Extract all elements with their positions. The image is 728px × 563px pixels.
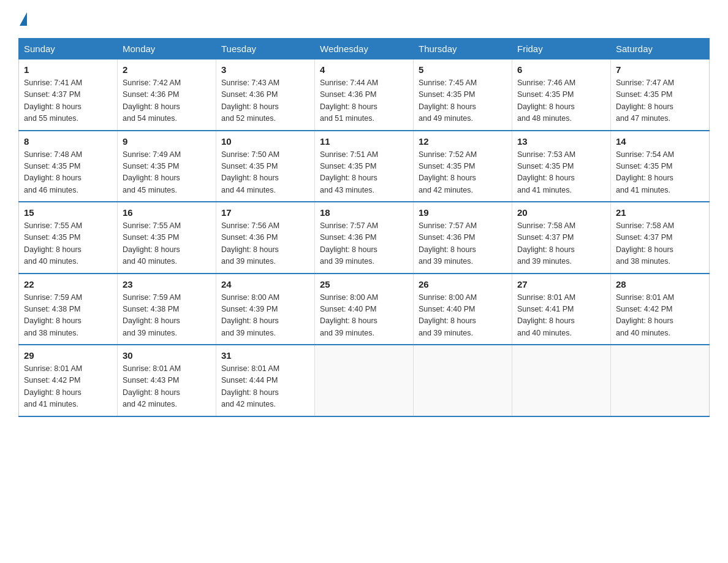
calendar-cell: 19 Sunrise: 7:57 AMSunset: 4:36 PMDaylig… (414, 202, 512, 274)
day-number: 3 (221, 64, 309, 75)
day-number: 8 (24, 136, 112, 147)
calendar-cell: 26 Sunrise: 8:00 AMSunset: 4:40 PMDaylig… (414, 274, 512, 345)
calendar-cell: 6 Sunrise: 7:46 AMSunset: 4:35 PMDayligh… (512, 59, 611, 131)
week-row-5: 29 Sunrise: 8:01 AMSunset: 4:42 PMDaylig… (19, 345, 710, 416)
calendar-cell: 10 Sunrise: 7:50 AMSunset: 4:35 PMDaylig… (216, 131, 315, 202)
calendar-cell: 23 Sunrise: 7:59 AMSunset: 4:38 PMDaylig… (118, 274, 216, 345)
day-info: Sunrise: 7:53 AMSunset: 4:35 PMDaylight:… (517, 150, 575, 194)
calendar-cell: 4 Sunrise: 7:44 AMSunset: 4:36 PMDayligh… (315, 59, 414, 131)
calendar-cell (611, 345, 710, 416)
day-info: Sunrise: 7:52 AMSunset: 4:35 PMDaylight:… (419, 150, 477, 194)
day-number: 25 (320, 279, 408, 289)
day-number: 11 (320, 136, 408, 147)
calendar-cell: 22 Sunrise: 7:59 AMSunset: 4:38 PMDaylig… (19, 274, 118, 345)
calendar-cell: 29 Sunrise: 8:01 AMSunset: 4:42 PMDaylig… (19, 345, 118, 416)
calendar-cell: 27 Sunrise: 8:01 AMSunset: 4:41 PMDaylig… (512, 274, 611, 345)
day-number: 20 (517, 207, 605, 218)
logo-triangle-icon (20, 12, 27, 26)
calendar-cell (315, 345, 414, 416)
calendar-cell: 17 Sunrise: 7:56 AMSunset: 4:36 PMDaylig… (216, 202, 315, 274)
day-number: 26 (419, 279, 507, 289)
day-info: Sunrise: 7:50 AMSunset: 4:35 PMDaylight:… (221, 150, 279, 194)
day-number: 18 (320, 207, 408, 218)
day-number: 21 (616, 207, 704, 218)
day-number: 10 (221, 136, 309, 147)
day-number: 16 (123, 207, 211, 218)
day-number: 23 (123, 279, 211, 289)
day-info: Sunrise: 7:41 AMSunset: 4:37 PMDaylight:… (24, 79, 82, 123)
calendar-cell: 11 Sunrise: 7:51 AMSunset: 4:35 PMDaylig… (315, 131, 414, 202)
calendar-cell: 24 Sunrise: 8:00 AMSunset: 4:39 PMDaylig… (216, 274, 315, 345)
day-info: Sunrise: 7:46 AMSunset: 4:35 PMDaylight:… (517, 79, 575, 123)
day-info: Sunrise: 7:59 AMSunset: 4:38 PMDaylight:… (123, 293, 181, 337)
calendar-cell: 7 Sunrise: 7:47 AMSunset: 4:35 PMDayligh… (611, 59, 710, 131)
day-info: Sunrise: 8:01 AMSunset: 4:43 PMDaylight:… (123, 364, 181, 408)
calendar-cell: 20 Sunrise: 7:58 AMSunset: 4:37 PMDaylig… (512, 202, 611, 274)
day-number: 29 (24, 350, 112, 361)
day-info: Sunrise: 7:57 AMSunset: 4:36 PMDaylight:… (419, 221, 477, 266)
day-info: Sunrise: 7:42 AMSunset: 4:36 PMDaylight:… (123, 79, 181, 123)
day-info: Sunrise: 7:48 AMSunset: 4:35 PMDaylight:… (24, 150, 82, 194)
day-info: Sunrise: 7:55 AMSunset: 4:35 PMDaylight:… (24, 221, 82, 266)
calendar-cell: 31 Sunrise: 8:01 AMSunset: 4:44 PMDaylig… (216, 345, 315, 416)
day-info: Sunrise: 8:01 AMSunset: 4:42 PMDaylight:… (616, 293, 674, 337)
day-number: 30 (123, 350, 211, 361)
day-info: Sunrise: 7:55 AMSunset: 4:35 PMDaylight:… (123, 221, 181, 266)
column-header-thursday: Thursday (414, 39, 512, 59)
calendar-cell: 2 Sunrise: 7:42 AMSunset: 4:36 PMDayligh… (118, 59, 216, 131)
day-number: 7 (616, 64, 704, 75)
day-number: 4 (320, 64, 408, 75)
day-info: Sunrise: 8:00 AMSunset: 4:40 PMDaylight:… (320, 293, 378, 337)
day-info: Sunrise: 7:47 AMSunset: 4:35 PMDaylight:… (616, 79, 674, 123)
day-info: Sunrise: 7:58 AMSunset: 4:37 PMDaylight:… (616, 221, 674, 266)
week-row-4: 22 Sunrise: 7:59 AMSunset: 4:38 PMDaylig… (19, 274, 710, 345)
day-info: Sunrise: 7:43 AMSunset: 4:36 PMDaylight:… (221, 79, 279, 123)
calendar-cell: 18 Sunrise: 7:57 AMSunset: 4:36 PMDaylig… (315, 202, 414, 274)
day-info: Sunrise: 7:51 AMSunset: 4:35 PMDaylight:… (320, 150, 378, 194)
day-number: 31 (221, 350, 309, 361)
day-info: Sunrise: 7:49 AMSunset: 4:35 PMDaylight:… (123, 150, 181, 194)
calendar-cell: 9 Sunrise: 7:49 AMSunset: 4:35 PMDayligh… (118, 131, 216, 202)
day-info: Sunrise: 7:45 AMSunset: 4:35 PMDaylight:… (419, 79, 477, 123)
column-header-monday: Monday (118, 39, 216, 59)
week-row-3: 15 Sunrise: 7:55 AMSunset: 4:35 PMDaylig… (19, 202, 710, 274)
week-row-2: 8 Sunrise: 7:48 AMSunset: 4:35 PMDayligh… (19, 131, 710, 202)
day-info: Sunrise: 7:56 AMSunset: 4:36 PMDaylight:… (221, 221, 279, 266)
day-number: 2 (123, 64, 211, 75)
day-number: 14 (616, 136, 704, 147)
day-number: 19 (419, 207, 507, 218)
calendar-cell: 25 Sunrise: 8:00 AMSunset: 4:40 PMDaylig… (315, 274, 414, 345)
day-number: 22 (24, 279, 112, 289)
calendar-table: SundayMondayTuesdayWednesdayThursdayFrid… (18, 38, 710, 417)
day-number: 13 (517, 136, 605, 147)
day-info: Sunrise: 7:57 AMSunset: 4:36 PMDaylight:… (320, 221, 378, 266)
calendar-cell: 8 Sunrise: 7:48 AMSunset: 4:35 PMDayligh… (19, 131, 118, 202)
calendar-cell: 28 Sunrise: 8:01 AMSunset: 4:42 PMDaylig… (611, 274, 710, 345)
day-number: 17 (221, 207, 309, 218)
logo (18, 12, 28, 26)
calendar-cell: 14 Sunrise: 7:54 AMSunset: 4:35 PMDaylig… (611, 131, 710, 202)
column-header-wednesday: Wednesday (315, 39, 414, 59)
page-header (18, 12, 710, 26)
calendar-cell: 16 Sunrise: 7:55 AMSunset: 4:35 PMDaylig… (118, 202, 216, 274)
calendar-header-row: SundayMondayTuesdayWednesdayThursdayFrid… (19, 39, 710, 59)
day-number: 27 (517, 279, 605, 289)
day-number: 28 (616, 279, 704, 289)
day-number: 24 (221, 279, 309, 289)
day-number: 15 (24, 207, 112, 218)
calendar-cell: 12 Sunrise: 7:52 AMSunset: 4:35 PMDaylig… (414, 131, 512, 202)
column-header-sunday: Sunday (19, 39, 118, 59)
day-number: 5 (419, 64, 507, 75)
day-info: Sunrise: 8:00 AMSunset: 4:39 PMDaylight:… (221, 293, 279, 337)
week-row-1: 1 Sunrise: 7:41 AMSunset: 4:37 PMDayligh… (19, 59, 710, 131)
calendar-cell: 5 Sunrise: 7:45 AMSunset: 4:35 PMDayligh… (414, 59, 512, 131)
column-header-saturday: Saturday (611, 39, 710, 59)
column-header-tuesday: Tuesday (216, 39, 315, 59)
calendar-cell (414, 345, 512, 416)
day-number: 1 (24, 64, 112, 75)
day-number: 9 (123, 136, 211, 147)
day-info: Sunrise: 7:44 AMSunset: 4:36 PMDaylight:… (320, 79, 378, 123)
day-info: Sunrise: 8:01 AMSunset: 4:42 PMDaylight:… (24, 364, 82, 408)
day-info: Sunrise: 8:01 AMSunset: 4:41 PMDaylight:… (517, 293, 575, 337)
day-info: Sunrise: 7:54 AMSunset: 4:35 PMDaylight:… (616, 150, 674, 194)
